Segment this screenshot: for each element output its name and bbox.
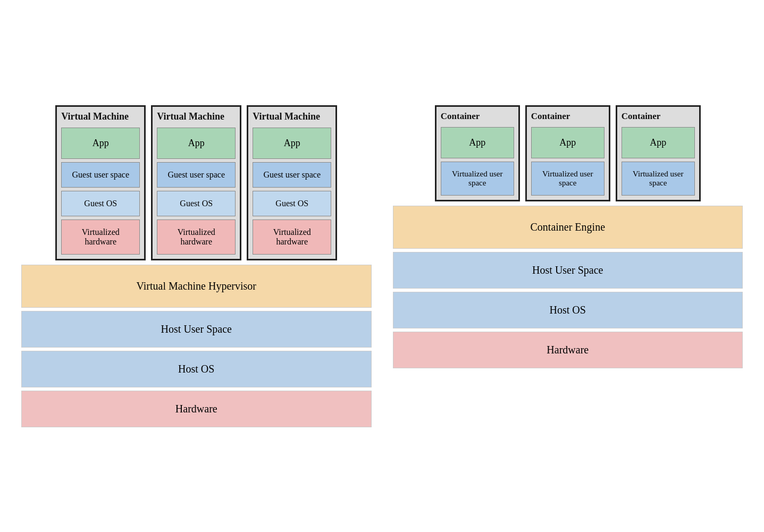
right-host-user-band: Host User Space	[393, 252, 743, 289]
vm2-app-block: App	[157, 128, 236, 159]
container-diagram-section: Container App Virtualized user space Con…	[393, 105, 743, 427]
vm3-app-block: App	[253, 128, 331, 159]
left-hardware-band: Hardware	[21, 391, 372, 427]
c1-app-block: App	[441, 127, 514, 158]
vm-title-1: Virtual Machine	[61, 111, 140, 122]
hypervisor-band: Virtual Machine Hypervisor	[21, 265, 372, 308]
vm1-virt-hw-block: Virtualized hardware	[61, 219, 140, 255]
vm-box-1: Virtual Machine App Guest user space Gue…	[55, 105, 146, 260]
right-hardware-band: Hardware	[393, 332, 743, 368]
vm2-virt-hw-block: Virtualized hardware	[157, 219, 236, 255]
vm3-guest-os-block: Guest OS	[253, 191, 331, 216]
container-box-3: Container App Virtualized user space	[616, 105, 701, 201]
container-box-1: Container App Virtualized user space	[435, 105, 520, 201]
vm2-guest-user-block: Guest user space	[157, 162, 236, 188]
left-host-os-band: Host OS	[21, 351, 372, 387]
c3-app-block: App	[622, 127, 695, 158]
container-title-3: Container	[622, 111, 695, 122]
vm1-guest-os-block: Guest OS	[61, 191, 140, 216]
container-engine-band: Container Engine	[393, 206, 743, 249]
vm-row: Virtual Machine App Guest user space Gue…	[21, 105, 372, 260]
container-box-2: Container App Virtualized user space	[525, 105, 610, 201]
vm1-guest-user-block: Guest user space	[61, 162, 140, 188]
vm-diagram-section: Virtual Machine App Guest user space Gue…	[21, 105, 372, 427]
c1-virt-user-block: Virtualized user space	[441, 162, 514, 196]
left-host-user-band: Host User Space	[21, 311, 372, 348]
vm-box-2: Virtual Machine App Guest user space Gue…	[151, 105, 241, 260]
c3-virt-user-block: Virtualized user space	[622, 162, 695, 196]
main-container: Virtual Machine App Guest user space Gue…	[0, 89, 764, 443]
c2-virt-user-block: Virtualized user space	[531, 162, 605, 196]
container-title-2: Container	[531, 111, 605, 122]
vm3-virt-hw-block: Virtualized hardware	[253, 219, 331, 255]
vm3-guest-user-block: Guest user space	[253, 162, 331, 188]
right-host-os-band: Host OS	[393, 292, 743, 328]
vm-title-3: Virtual Machine	[253, 111, 331, 122]
vm-title-2: Virtual Machine	[157, 111, 236, 122]
container-row: Container App Virtualized user space Con…	[393, 105, 743, 201]
vm2-guest-os-block: Guest OS	[157, 191, 236, 216]
c2-app-block: App	[531, 127, 605, 158]
container-title-1: Container	[441, 111, 514, 122]
vm1-app-block: App	[61, 128, 140, 159]
vm-box-3: Virtual Machine App Guest user space Gue…	[247, 105, 337, 260]
